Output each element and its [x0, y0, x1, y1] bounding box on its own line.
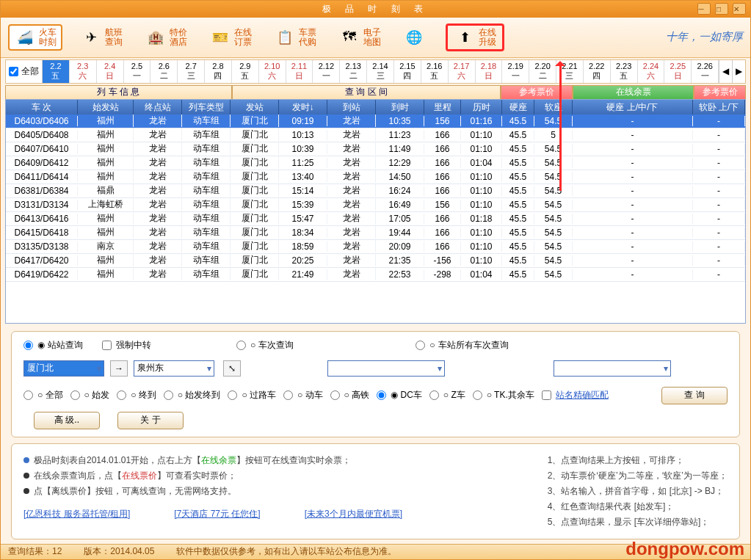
filter-7[interactable]: ◉ DC车: [377, 389, 422, 401]
table-row[interactable]: D6403/D6406福州龙岩动车组厦门北09:19龙岩10:3515601:1…: [6, 114, 745, 128]
column-header[interactable]: 硬座: [502, 100, 534, 114]
about-button[interactable]: 关 于: [117, 412, 184, 429]
table-row[interactable]: D6413/D6416福州龙岩动车组厦门北15:47龙岩17:0516601:1…: [6, 212, 745, 226]
column-header[interactable]: 到站: [327, 100, 376, 114]
filter-5[interactable]: ○ 动车: [283, 389, 323, 401]
toolbar-item-2[interactable]: 🏨特价酒店: [140, 26, 192, 49]
filter-9[interactable]: ○ TK.其余车: [473, 389, 534, 401]
table-row[interactable]: D6405/D6408福州龙岩动车组厦门北10:13龙岩11:2316601:1…: [6, 128, 745, 142]
toolbar-item-5[interactable]: 🗺电子地图: [334, 26, 385, 49]
column-header[interactable]: 车 次: [6, 100, 78, 114]
filter-8[interactable]: ○ Z车: [429, 389, 465, 401]
date-tab[interactable]: 2.5一: [124, 60, 151, 83]
main-toolbar: 🚄火车时刻✈航班查询🏨特价酒店🎫在线订票📋车票代购🗺电子地图🌐⬆在线升级十年，一…: [1, 18, 750, 57]
table-row[interactable]: D6419/D6422福州龙岩动车组厦门北21:49龙岩22:53-29801:…: [6, 268, 745, 282]
column-header[interactable]: 软座: [534, 100, 573, 114]
query-button[interactable]: 查 询: [661, 387, 728, 404]
exact-match-checkbox[interactable]: 站名精确匹配: [542, 389, 609, 401]
date-tab[interactable]: 2.9五: [232, 60, 259, 83]
date-tab[interactable]: 2.2五: [43, 60, 70, 83]
grid-body[interactable]: D6403/D6406福州龙岩动车组厦门北09:19龙岩10:3515601:1…: [6, 114, 745, 323]
column-header[interactable]: 始发站: [78, 100, 134, 114]
station-combo[interactable]: [554, 360, 671, 377]
date-tab[interactable]: 2.7三: [178, 60, 205, 83]
station-query-radio[interactable]: ◉ 站站查询: [23, 339, 83, 352]
date-tab[interactable]: 2.4日: [97, 60, 124, 83]
date-next-button[interactable]: ▶: [732, 60, 745, 83]
table-row[interactable]: D6415/D6418福州龙岩动车组厦门北18:34龙岩19:4416601:1…: [6, 226, 745, 240]
date-tab[interactable]: 2.16五: [421, 60, 449, 83]
filter-4[interactable]: ○ 过路车: [228, 389, 276, 401]
date-tab[interactable]: 2.10六: [259, 60, 286, 83]
filter-1[interactable]: ○ 始发: [70, 389, 110, 401]
train-number-combo[interactable]: [327, 360, 445, 377]
table-row[interactable]: D6407/D6410福州龙岩动车组厦门北10:39龙岩11:4916601:1…: [6, 142, 745, 156]
filter-0[interactable]: ○ 全部: [23, 389, 63, 401]
from-station-combo[interactable]: 厦门北: [23, 360, 104, 377]
maximize-button[interactable]: □: [715, 3, 728, 15]
expand-button[interactable]: ⤡: [223, 360, 241, 377]
filter-2[interactable]: ○ 终到: [117, 389, 156, 401]
column-header[interactable]: 软卧 上/下: [693, 100, 745, 114]
date-tab[interactable]: 2.19一: [502, 60, 529, 83]
date-tab[interactable]: 2.17六: [449, 60, 476, 83]
table-row[interactable]: D6417/D6420福州龙岩动车组厦门北20:25龙岩21:35-15601:…: [6, 254, 745, 268]
column-header[interactable]: 到时: [376, 100, 424, 114]
date-tab[interactable]: 2.15四: [394, 60, 421, 83]
date-tab[interactable]: 2.22四: [584, 60, 611, 83]
grid-header[interactable]: 车 次始发站终点站列车类型发站发时↓到站到时里程历时硬座软座硬座 上/中/下软卧…: [6, 100, 745, 114]
column-header[interactable]: 硬座 上/中/下: [573, 100, 693, 114]
advanced-button[interactable]: 高 级..: [34, 412, 100, 429]
toolbar-item-4[interactable]: 📋车票代购: [269, 26, 321, 49]
column-header[interactable]: 列车类型: [182, 100, 231, 114]
all-dates-checkbox[interactable]: 全部: [6, 60, 43, 83]
swap-button[interactable]: →: [110, 360, 128, 377]
date-prev-button[interactable]: ◀: [719, 60, 732, 83]
date-tab[interactable]: 2.13二: [340, 60, 367, 83]
table-row[interactable]: D6409/D6412福州龙岩动车组厦门北11:25龙岩12:2916601:0…: [6, 156, 745, 170]
date-tab[interactable]: 2.14三: [367, 60, 394, 83]
date-tab[interactable]: 2.20二: [529, 60, 556, 83]
date-tab[interactable]: 2.26一: [692, 60, 719, 83]
toolbar-icon: 🚄: [14, 27, 36, 48]
date-tab[interactable]: 2.8四: [205, 60, 232, 83]
date-tab[interactable]: 2.12一: [313, 60, 340, 83]
minimize-button[interactable]: ─: [697, 3, 711, 15]
table-row[interactable]: D6411/D6414福州龙岩动车组厦门北13:40龙岩14:5016601:1…: [6, 170, 745, 184]
train-query-radio[interactable]: ○ 车次查询: [236, 339, 294, 352]
date-tab[interactable]: 2.3六: [70, 60, 97, 83]
promo-link[interactable]: [未来3个月内最便宜机票]: [305, 508, 402, 520]
promo-link[interactable]: [亿恩科技 服务器托管/租用]: [23, 508, 130, 520]
column-header[interactable]: 里程: [424, 100, 461, 114]
toolbar-icon: 🏨: [145, 27, 167, 48]
to-station-combo[interactable]: 泉州东: [134, 360, 214, 377]
station-all-query-radio[interactable]: ○ 车站所有车次查询: [416, 339, 508, 352]
date-tab[interactable]: 2.11日: [286, 60, 313, 83]
close-button[interactable]: ✕: [733, 3, 746, 15]
toolbar-icon: 🗺: [338, 27, 360, 48]
column-header[interactable]: 终点站: [134, 100, 182, 114]
date-tab[interactable]: 2.21三: [556, 60, 584, 83]
filter-6[interactable]: ○ 高铁: [330, 389, 370, 401]
toolbar-icon: ⬆: [454, 27, 476, 48]
date-tab[interactable]: 2.25日: [664, 60, 692, 83]
date-tab[interactable]: 2.24六: [638, 60, 665, 83]
table-row[interactable]: D6381/D6384福鼎龙岩动车组厦门北15:14龙岩16:2416601:1…: [6, 184, 745, 198]
promo-link[interactable]: [7天酒店 77元 任您住]: [174, 508, 260, 520]
toolbar-item-3[interactable]: 🎫在线订票: [205, 26, 256, 49]
column-header[interactable]: 历时: [461, 100, 502, 114]
table-row[interactable]: D3131/D3134上海虹桥龙岩动车组厦门北15:39龙岩16:4915601…: [6, 198, 745, 212]
toolbar-item-7[interactable]: ⬆在线升级: [446, 23, 504, 51]
filter-3[interactable]: ○ 始发终到: [164, 389, 221, 401]
toolbar-item-1[interactable]: ✈航班查询: [76, 26, 127, 49]
date-tab[interactable]: 2.23五: [611, 60, 638, 83]
info-panel: 极品时刻表自2014.01.01开始，点右上方【在线余票】按钮可在线查询实时余票…: [11, 443, 740, 539]
toolbar-item-6[interactable]: 🌐: [399, 26, 432, 49]
force-transfer-checkbox[interactable]: 强制中转: [102, 339, 151, 352]
toolbar-item-0[interactable]: 🚄火车时刻: [8, 24, 62, 51]
date-tab[interactable]: 2.18日: [476, 60, 503, 83]
table-row[interactable]: D3135/D3138南京龙岩动车组厦门北18:59龙岩20:0916601:1…: [6, 240, 745, 254]
column-header[interactable]: 发时↓: [279, 100, 327, 114]
date-tab[interactable]: 2.6二: [150, 60, 178, 83]
column-header[interactable]: 发站: [231, 100, 279, 114]
